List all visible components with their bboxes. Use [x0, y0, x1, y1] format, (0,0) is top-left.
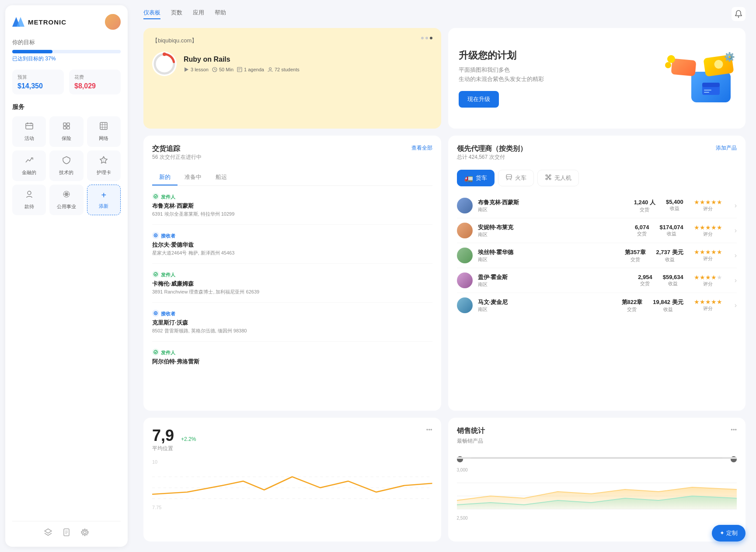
- svg-rect-6: [63, 123, 66, 126]
- svg-point-27: [738, 17, 739, 18]
- delivery-item-3: 发件人 卡梅伦·威廉姆森 3891 Ranchview 理查森博士, 加利福尼亚…: [152, 271, 432, 303]
- tab-truck[interactable]: 🚛 货车: [457, 170, 495, 186]
- course-meta: 3 lesson 50 Min 1 agenda 72 student: [184, 67, 300, 72]
- nav-pages[interactable]: 页数: [171, 9, 182, 19]
- expense-label: 花费: [74, 74, 115, 80]
- delivery-tabs: 新的 准备中 船运: [152, 170, 432, 186]
- network-icon: [99, 122, 108, 133]
- layers-icon[interactable]: [44, 528, 52, 538]
- arrow-icon-3[interactable]: ›: [735, 252, 737, 259]
- svg-point-48: [155, 313, 157, 314]
- drone-icon: [545, 174, 552, 182]
- sales-more-icon[interactable]: •••: [731, 426, 737, 433]
- meta-students: 72 students: [268, 67, 300, 72]
- content-grid: 【biqubiqu.com】: [133, 28, 756, 552]
- top-nav: 仪表板 页数 应用 帮助: [133, 0, 756, 28]
- budget-value: $14,350: [17, 82, 59, 90]
- stats-trend: +2.2%: [181, 436, 196, 442]
- stats-value: 7,9: [152, 426, 174, 445]
- settings-icon[interactable]: [81, 528, 89, 538]
- sidebar-bottom: [12, 521, 121, 538]
- network-label: 网络: [99, 135, 108, 142]
- goal-section: 你的目标 已达到目标的 37%: [12, 38, 121, 63]
- agent-name-5: 马文·麦金尼: [478, 298, 617, 306]
- agent-name-2: 安妮特·布莱克: [478, 224, 630, 231]
- sales-card: 销售统计 最畅销产品 ••• 3,000: [448, 418, 746, 542]
- svg-rect-40: [702, 83, 720, 87]
- meta-agenda: 1 agenda: [237, 67, 264, 72]
- agent-avatar-5: [457, 297, 473, 313]
- meta-time: 50 Min: [212, 67, 233, 72]
- agent-avatar-4: [457, 273, 473, 288]
- service-finance[interactable]: 金融的: [12, 150, 46, 181]
- tab-drone[interactable]: 无人机: [537, 170, 579, 186]
- service-insurance[interactable]: 保险: [49, 116, 83, 147]
- add-product-link[interactable]: 添加产品: [716, 144, 737, 152]
- arrow-icon-5[interactable]: ›: [735, 301, 737, 309]
- arrow-icon-4[interactable]: ›: [735, 276, 737, 284]
- service-public[interactable]: 公用事业: [49, 185, 83, 215]
- stats-more-icon[interactable]: •••: [426, 426, 432, 433]
- agent-row-3: 埃丝特·霍华德 南区 第357章 交货 2,737 美元 收益 ★★★★★ 评分: [457, 243, 737, 268]
- service-nursing[interactable]: 护理卡: [87, 150, 121, 181]
- stats-card: 7,9 +2.2% 平均位置 ••• 10 7.75: [143, 418, 441, 542]
- svg-rect-9: [67, 126, 70, 129]
- agent-subtitle: 总计 424,567 次交付: [457, 154, 527, 161]
- arrow-icon-1[interactable]: ›: [735, 202, 737, 210]
- service-activities[interactable]: 活动: [12, 116, 46, 147]
- agent-avatar-2: [457, 223, 473, 238]
- logo: METRONIC: [12, 17, 66, 27]
- insurance-icon: [62, 122, 71, 133]
- agent-avatar-3: [457, 248, 473, 263]
- main-area: 仪表板 页数 应用 帮助 【biqubiqu.com】: [133, 0, 756, 552]
- avatar[interactable]: [105, 14, 121, 30]
- agent-name-4: 盖伊·霍金斯: [478, 273, 633, 281]
- dot-1: [421, 37, 424, 39]
- nav-help[interactable]: 帮助: [215, 9, 226, 19]
- svg-rect-2: [26, 123, 33, 129]
- svg-rect-7: [67, 123, 70, 126]
- tab-preparing[interactable]: 准备中: [178, 170, 209, 185]
- see-all-link[interactable]: 查看全部: [411, 144, 432, 152]
- upgrade-button[interactable]: 现在升级: [459, 91, 499, 108]
- notification-icon[interactable]: [732, 7, 746, 21]
- arrow-icon-2[interactable]: ›: [735, 227, 737, 234]
- activities-label: 活动: [24, 135, 34, 142]
- nav-dashboard[interactable]: 仪表板: [143, 9, 160, 19]
- services-title: 服务: [12, 103, 121, 111]
- service-add[interactable]: + 添新: [87, 185, 121, 215]
- tab-train[interactable]: 火车: [498, 170, 534, 186]
- person-addr-2: 星家大道2464号 梅萨, 新泽西州 45463: [152, 250, 432, 256]
- add-icon: +: [101, 190, 106, 200]
- tab-shipping[interactable]: 船运: [209, 170, 234, 185]
- sender-label-1: 发件人: [152, 193, 432, 200]
- svg-point-45: [155, 235, 157, 236]
- hospitality-icon: [25, 190, 34, 201]
- service-network[interactable]: 网络: [87, 116, 121, 147]
- person-addr-1: 6391 埃尔全圣塞莱斯, 特拉华州 10299: [152, 211, 432, 217]
- customize-button[interactable]: ✦ 定制: [712, 525, 746, 542]
- nav-apps[interactable]: 应用: [193, 9, 204, 19]
- course-header: 【biqubiqu.com】: [152, 37, 432, 45]
- tab-new[interactable]: 新的: [152, 170, 178, 185]
- tech-icon: [62, 156, 71, 167]
- stats-label: 平均位置: [152, 445, 196, 452]
- service-hospitality[interactable]: 款待: [12, 185, 46, 215]
- public-label: 公用事业: [57, 203, 76, 210]
- delivery-item-2: 接收者 拉尔夫·爱德华兹 星家大道2464号 梅萨, 新泽西州 45463: [152, 232, 432, 264]
- range-slider[interactable]: [457, 457, 737, 462]
- svg-rect-10: [100, 122, 107, 129]
- svg-line-53: [510, 179, 511, 180]
- agent-card: 领先代理商（按类别） 总计 424,567 次交付 添加产品 🚛 货车 火车: [448, 136, 746, 411]
- agent-name-3: 埃丝特·霍华德: [478, 248, 620, 256]
- expense-card: 花费 $8,029: [69, 70, 121, 94]
- agent-header: 领先代理商（按类别） 总计 424,567 次交付 添加产品: [457, 144, 737, 168]
- nursing-icon: [99, 156, 108, 167]
- person-addr-4: 8502 普雷斯顿路, 英格尔伍德, 缅因州 98380: [152, 328, 432, 334]
- finance-label: 金融的: [22, 169, 36, 176]
- agent-stats-1: 1,240 人 交货 $5,400 收益 ★★★★★ 评分: [634, 199, 722, 213]
- sidebar: METRONIC 你的目标 已达到目标的 37% 预算 $14,350 花费 $…: [5, 5, 128, 547]
- service-tech[interactable]: 技术的: [49, 150, 83, 181]
- document-icon[interactable]: [63, 528, 70, 538]
- meta-lessons: 3 lesson: [184, 67, 209, 72]
